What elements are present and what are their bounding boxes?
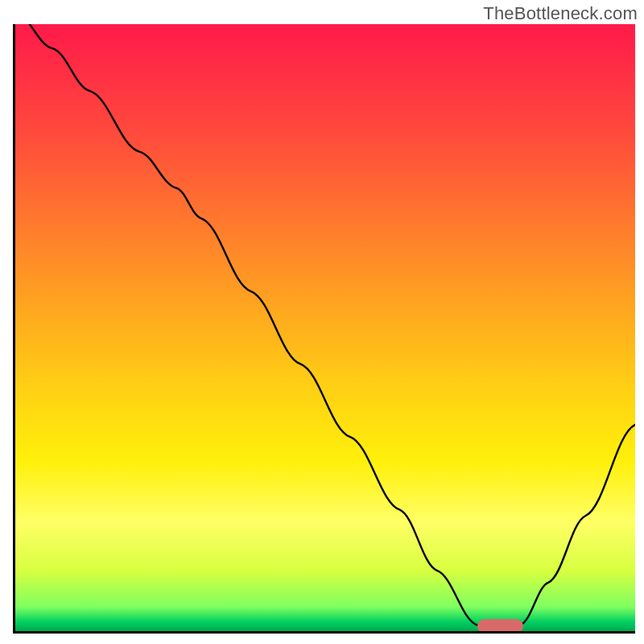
curve-svg bbox=[15, 24, 635, 631]
optimal-range-marker bbox=[477, 619, 524, 634]
watermark-text: TheBottleneck.com bbox=[483, 3, 638, 24]
plot-area bbox=[13, 24, 635, 634]
bottleneck-curve bbox=[15, 24, 635, 625]
chart-container: TheBottleneck.com bbox=[0, 0, 644, 644]
